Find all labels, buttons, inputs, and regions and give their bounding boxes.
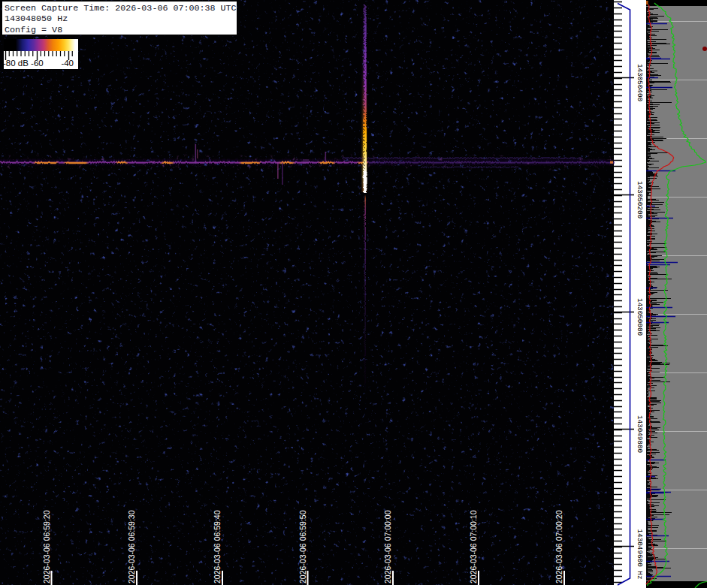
svg-text:143049600 Hz: 143049600 Hz [636,529,644,580]
svg-text:2026-03-06 06:59:30: 2026-03-06 06:59:30 [127,510,136,583]
svg-text:143050400: 143050400 [636,64,644,101]
svg-text:2026-03-06 06:59:50: 2026-03-06 06:59:50 [298,510,307,583]
svg-text:143050200: 143050200 [636,181,644,219]
svg-text:2026-03-06 07:00:20: 2026-03-06 07:00:20 [554,510,563,583]
svg-text:2026-03-06 06:59:20: 2026-03-06 06:59:20 [42,510,51,583]
svg-text:143049800: 143049800 [636,415,644,453]
svg-text:143050000: 143050000 [636,298,644,336]
svg-text:2026-03-06 07:00:00: 2026-03-06 07:00:00 [383,510,392,583]
svg-text:2026-03-06 07:00:10: 2026-03-06 07:00:10 [469,510,478,583]
svg-text:2026-03-06 06:59:40: 2026-03-06 06:59:40 [213,510,222,583]
